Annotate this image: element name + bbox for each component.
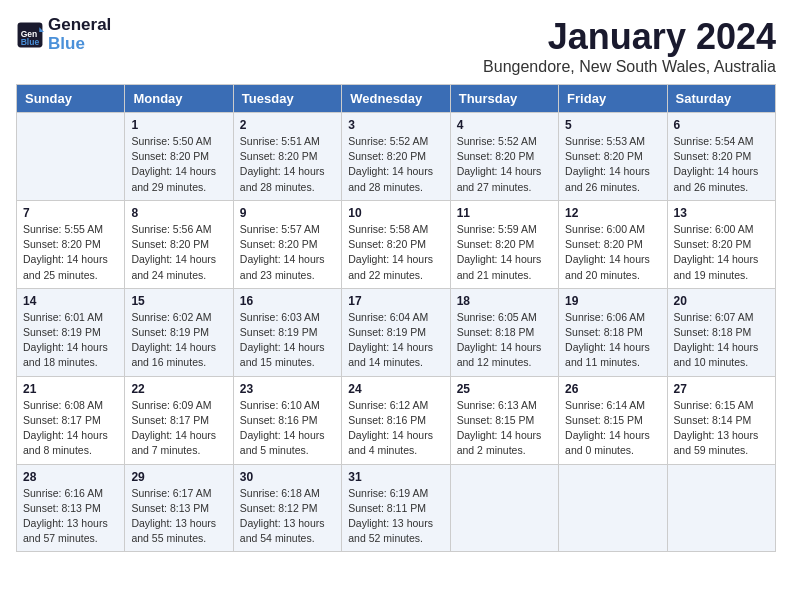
calendar-cell: 10Sunrise: 5:58 AM Sunset: 8:20 PM Dayli…	[342, 200, 450, 288]
day-info: Sunrise: 6:13 AM Sunset: 8:15 PM Dayligh…	[457, 398, 552, 459]
calendar-cell	[450, 464, 558, 552]
day-info: Sunrise: 6:19 AM Sunset: 8:11 PM Dayligh…	[348, 486, 443, 547]
title-section: January 2024 Bungendore, New South Wales…	[483, 16, 776, 76]
day-number: 31	[348, 470, 443, 484]
day-number: 15	[131, 294, 226, 308]
calendar-header-row: SundayMondayTuesdayWednesdayThursdayFrid…	[17, 85, 776, 113]
day-info: Sunrise: 5:54 AM Sunset: 8:20 PM Dayligh…	[674, 134, 769, 195]
calendar-cell: 23Sunrise: 6:10 AM Sunset: 8:16 PM Dayli…	[233, 376, 341, 464]
column-header-monday: Monday	[125, 85, 233, 113]
day-number: 29	[131, 470, 226, 484]
calendar-week-row: 14Sunrise: 6:01 AM Sunset: 8:19 PM Dayli…	[17, 288, 776, 376]
day-number: 17	[348, 294, 443, 308]
calendar-cell: 21Sunrise: 6:08 AM Sunset: 8:17 PM Dayli…	[17, 376, 125, 464]
day-number: 25	[457, 382, 552, 396]
calendar-cell: 20Sunrise: 6:07 AM Sunset: 8:18 PM Dayli…	[667, 288, 775, 376]
calendar-week-row: 7Sunrise: 5:55 AM Sunset: 8:20 PM Daylig…	[17, 200, 776, 288]
day-number: 11	[457, 206, 552, 220]
calendar-cell: 11Sunrise: 5:59 AM Sunset: 8:20 PM Dayli…	[450, 200, 558, 288]
day-number: 23	[240, 382, 335, 396]
calendar-cell: 15Sunrise: 6:02 AM Sunset: 8:19 PM Dayli…	[125, 288, 233, 376]
day-number: 27	[674, 382, 769, 396]
calendar-cell: 9Sunrise: 5:57 AM Sunset: 8:20 PM Daylig…	[233, 200, 341, 288]
calendar-subtitle: Bungendore, New South Wales, Australia	[483, 58, 776, 76]
day-info: Sunrise: 5:55 AM Sunset: 8:20 PM Dayligh…	[23, 222, 118, 283]
day-info: Sunrise: 5:58 AM Sunset: 8:20 PM Dayligh…	[348, 222, 443, 283]
calendar-week-row: 28Sunrise: 6:16 AM Sunset: 8:13 PM Dayli…	[17, 464, 776, 552]
day-info: Sunrise: 6:14 AM Sunset: 8:15 PM Dayligh…	[565, 398, 660, 459]
day-info: Sunrise: 5:52 AM Sunset: 8:20 PM Dayligh…	[348, 134, 443, 195]
column-header-thursday: Thursday	[450, 85, 558, 113]
calendar-cell: 24Sunrise: 6:12 AM Sunset: 8:16 PM Dayli…	[342, 376, 450, 464]
calendar-title: January 2024	[483, 16, 776, 58]
day-info: Sunrise: 6:05 AM Sunset: 8:18 PM Dayligh…	[457, 310, 552, 371]
day-number: 2	[240, 118, 335, 132]
logo-text-general: General	[48, 16, 111, 35]
day-info: Sunrise: 5:53 AM Sunset: 8:20 PM Dayligh…	[565, 134, 660, 195]
column-header-friday: Friday	[559, 85, 667, 113]
day-number: 26	[565, 382, 660, 396]
day-info: Sunrise: 6:01 AM Sunset: 8:19 PM Dayligh…	[23, 310, 118, 371]
day-info: Sunrise: 5:59 AM Sunset: 8:20 PM Dayligh…	[457, 222, 552, 283]
day-info: Sunrise: 6:18 AM Sunset: 8:12 PM Dayligh…	[240, 486, 335, 547]
column-header-sunday: Sunday	[17, 85, 125, 113]
day-info: Sunrise: 6:09 AM Sunset: 8:17 PM Dayligh…	[131, 398, 226, 459]
calendar-cell: 27Sunrise: 6:15 AM Sunset: 8:14 PM Dayli…	[667, 376, 775, 464]
calendar-cell: 30Sunrise: 6:18 AM Sunset: 8:12 PM Dayli…	[233, 464, 341, 552]
calendar-week-row: 1Sunrise: 5:50 AM Sunset: 8:20 PM Daylig…	[17, 113, 776, 201]
day-info: Sunrise: 6:00 AM Sunset: 8:20 PM Dayligh…	[565, 222, 660, 283]
day-number: 5	[565, 118, 660, 132]
calendar-body: 1Sunrise: 5:50 AM Sunset: 8:20 PM Daylig…	[17, 113, 776, 552]
calendar-week-row: 21Sunrise: 6:08 AM Sunset: 8:17 PM Dayli…	[17, 376, 776, 464]
calendar-cell: 18Sunrise: 6:05 AM Sunset: 8:18 PM Dayli…	[450, 288, 558, 376]
day-info: Sunrise: 5:52 AM Sunset: 8:20 PM Dayligh…	[457, 134, 552, 195]
column-header-wednesday: Wednesday	[342, 85, 450, 113]
calendar-cell: 25Sunrise: 6:13 AM Sunset: 8:15 PM Dayli…	[450, 376, 558, 464]
calendar-table: SundayMondayTuesdayWednesdayThursdayFrid…	[16, 84, 776, 552]
calendar-cell: 17Sunrise: 6:04 AM Sunset: 8:19 PM Dayli…	[342, 288, 450, 376]
svg-text:Blue: Blue	[21, 37, 40, 47]
day-number: 6	[674, 118, 769, 132]
calendar-cell: 28Sunrise: 6:16 AM Sunset: 8:13 PM Dayli…	[17, 464, 125, 552]
day-info: Sunrise: 6:06 AM Sunset: 8:18 PM Dayligh…	[565, 310, 660, 371]
day-number: 8	[131, 206, 226, 220]
calendar-cell: 26Sunrise: 6:14 AM Sunset: 8:15 PM Dayli…	[559, 376, 667, 464]
day-number: 16	[240, 294, 335, 308]
calendar-cell: 12Sunrise: 6:00 AM Sunset: 8:20 PM Dayli…	[559, 200, 667, 288]
calendar-cell: 2Sunrise: 5:51 AM Sunset: 8:20 PM Daylig…	[233, 113, 341, 201]
calendar-cell: 31Sunrise: 6:19 AM Sunset: 8:11 PM Dayli…	[342, 464, 450, 552]
calendar-cell	[667, 464, 775, 552]
day-info: Sunrise: 6:08 AM Sunset: 8:17 PM Dayligh…	[23, 398, 118, 459]
column-header-saturday: Saturday	[667, 85, 775, 113]
calendar-cell: 16Sunrise: 6:03 AM Sunset: 8:19 PM Dayli…	[233, 288, 341, 376]
day-info: Sunrise: 6:16 AM Sunset: 8:13 PM Dayligh…	[23, 486, 118, 547]
day-info: Sunrise: 6:12 AM Sunset: 8:16 PM Dayligh…	[348, 398, 443, 459]
day-number: 22	[131, 382, 226, 396]
day-info: Sunrise: 5:57 AM Sunset: 8:20 PM Dayligh…	[240, 222, 335, 283]
day-info: Sunrise: 6:10 AM Sunset: 8:16 PM Dayligh…	[240, 398, 335, 459]
calendar-cell	[559, 464, 667, 552]
day-info: Sunrise: 6:02 AM Sunset: 8:19 PM Dayligh…	[131, 310, 226, 371]
calendar-cell	[17, 113, 125, 201]
calendar-cell: 6Sunrise: 5:54 AM Sunset: 8:20 PM Daylig…	[667, 113, 775, 201]
column-header-tuesday: Tuesday	[233, 85, 341, 113]
day-info: Sunrise: 6:04 AM Sunset: 8:19 PM Dayligh…	[348, 310, 443, 371]
day-info: Sunrise: 6:15 AM Sunset: 8:14 PM Dayligh…	[674, 398, 769, 459]
day-info: Sunrise: 6:17 AM Sunset: 8:13 PM Dayligh…	[131, 486, 226, 547]
calendar-cell: 14Sunrise: 6:01 AM Sunset: 8:19 PM Dayli…	[17, 288, 125, 376]
day-number: 18	[457, 294, 552, 308]
day-info: Sunrise: 6:07 AM Sunset: 8:18 PM Dayligh…	[674, 310, 769, 371]
day-number: 7	[23, 206, 118, 220]
day-number: 13	[674, 206, 769, 220]
calendar-cell: 4Sunrise: 5:52 AM Sunset: 8:20 PM Daylig…	[450, 113, 558, 201]
day-number: 10	[348, 206, 443, 220]
day-info: Sunrise: 5:50 AM Sunset: 8:20 PM Dayligh…	[131, 134, 226, 195]
calendar-cell: 22Sunrise: 6:09 AM Sunset: 8:17 PM Dayli…	[125, 376, 233, 464]
day-number: 24	[348, 382, 443, 396]
day-info: Sunrise: 6:03 AM Sunset: 8:19 PM Dayligh…	[240, 310, 335, 371]
day-number: 3	[348, 118, 443, 132]
calendar-cell: 3Sunrise: 5:52 AM Sunset: 8:20 PM Daylig…	[342, 113, 450, 201]
page-header: Gen Blue General Blue January 2024 Bunge…	[16, 16, 776, 76]
day-number: 28	[23, 470, 118, 484]
calendar-cell: 5Sunrise: 5:53 AM Sunset: 8:20 PM Daylig…	[559, 113, 667, 201]
